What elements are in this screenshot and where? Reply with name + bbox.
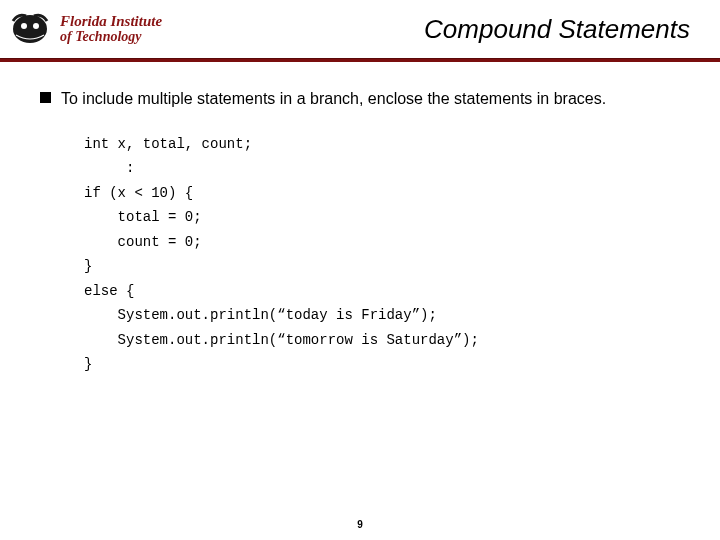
institution-name-line1: Florida Institute [60, 14, 162, 30]
panther-mascot-icon [10, 9, 54, 49]
svg-point-2 [33, 23, 39, 29]
slide-title: Compound Statements [424, 14, 690, 45]
square-bullet-icon [40, 92, 51, 103]
institution-logo: Florida Institute of Technology [10, 9, 162, 49]
slide-content: To include multiple statements in a bran… [0, 62, 720, 377]
bullet-text: To include multiple statements in a bran… [61, 88, 606, 110]
institution-name: Florida Institute of Technology [60, 14, 162, 44]
svg-point-1 [21, 23, 27, 29]
institution-name-line2: of Technology [60, 30, 162, 45]
slide-header: Florida Institute of Technology Compound… [0, 0, 720, 58]
code-example: int x, total, count; : if (x < 10) { tot… [84, 132, 680, 377]
page-number: 9 [0, 519, 720, 530]
bullet-item: To include multiple statements in a bran… [40, 88, 680, 110]
